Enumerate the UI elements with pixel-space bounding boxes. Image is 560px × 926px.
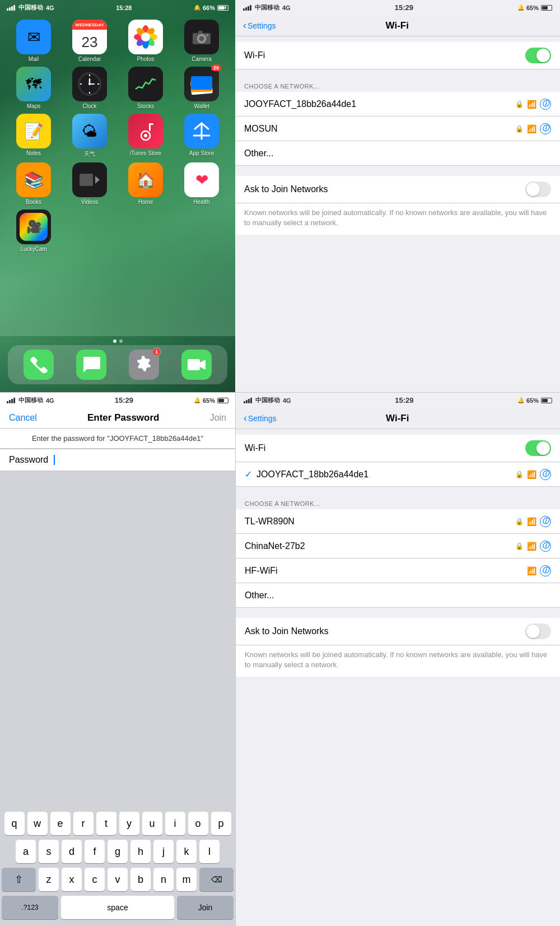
key-w[interactable]: w: [27, 812, 48, 835]
key-n[interactable]: n: [153, 868, 174, 891]
key-t[interactable]: t: [96, 812, 116, 835]
key-g[interactable]: g: [108, 840, 128, 863]
network-row-tlwr[interactable]: TL-WR890N 🔒 📶 ⓘ: [236, 509, 560, 534]
space-key[interactable]: space: [61, 896, 174, 919]
app-appstore[interactable]: App Store: [176, 114, 227, 158]
app-itunes[interactable]: iTunes Store: [120, 114, 171, 158]
key-p[interactable]: p: [211, 812, 231, 835]
ask-join-row-bottom[interactable]: Ask to Join Networks: [236, 618, 560, 645]
back-button-bottom[interactable]: ‹ Settings: [244, 412, 277, 424]
key-o[interactable]: o: [188, 812, 208, 835]
back-button-top[interactable]: ‹ Settings: [243, 20, 276, 31]
key-l[interactable]: l: [199, 840, 220, 863]
calendar-label: Calendar: [78, 56, 101, 62]
key-j[interactable]: j: [153, 840, 174, 863]
join-button-disabled[interactable]: Join: [210, 413, 226, 423]
cancel-button[interactable]: Cancel: [9, 413, 37, 423]
info-btn-mosun[interactable]: ⓘ: [540, 123, 551, 134]
delete-key[interactable]: ⌫: [199, 868, 234, 891]
num-switch-key[interactable]: .?123: [2, 896, 58, 919]
dock-facetime[interactable]: [181, 350, 212, 380]
lock-icon-jooyfact: 🔒: [515, 100, 524, 108]
key-q[interactable]: q: [4, 812, 25, 835]
key-k[interactable]: k: [176, 840, 197, 863]
wifi-toggle-row-top[interactable]: Wi-Fi: [235, 42, 560, 69]
app-stocks[interactable]: Stocks: [120, 67, 171, 109]
info-btn-hfwifi[interactable]: ⓘ: [540, 565, 551, 576]
wifi-toggle-top[interactable]: [525, 48, 551, 63]
key-x[interactable]: x: [62, 868, 82, 891]
other-network-row-bottom[interactable]: Other...: [236, 583, 560, 608]
ask-join-toggle-top[interactable]: [525, 182, 551, 197]
wifi-toggle-row-bottom[interactable]: Wi-Fi: [236, 435, 560, 462]
svg-rect-26: [149, 123, 151, 131]
key-r[interactable]: r: [73, 812, 94, 835]
info-btn-tlwr[interactable]: ⓘ: [540, 516, 551, 527]
battery-fill-wifi: [542, 6, 548, 10]
separator-1: [235, 36, 560, 42]
dock-messages[interactable]: [76, 350, 106, 380]
dock-settings[interactable]: 1: [129, 350, 159, 380]
signal-wifi-b: [244, 398, 252, 403]
app-maps[interactable]: 🗺 Maps: [8, 67, 59, 109]
key-y[interactable]: y: [119, 812, 139, 835]
key-a[interactable]: a: [16, 840, 36, 863]
key-s[interactable]: s: [39, 840, 59, 863]
lock-icon-chinanet: 🔒: [515, 542, 524, 550]
wifi-toggle-bottom[interactable]: [525, 440, 551, 456]
network-icons-hfwifi: 📶 ⓘ: [527, 565, 551, 576]
app-photos[interactable]: Photos: [120, 20, 171, 62]
join-key[interactable]: Join: [177, 896, 234, 919]
other-network-row-top[interactable]: Other...: [235, 141, 560, 166]
key-u[interactable]: u: [142, 812, 162, 835]
network-row-hfwifi[interactable]: HF-WiFi 📶 ⓘ: [236, 559, 560, 583]
app-calendar[interactable]: WEDNESDAY 23 Calendar: [64, 20, 115, 62]
home-icon: 🏠: [128, 162, 163, 197]
network-row-mosun[interactable]: MOSUN 🔒 📶 ⓘ: [235, 117, 560, 141]
books-label: Books: [26, 199, 41, 205]
key-c[interactable]: c: [85, 868, 105, 891]
info-btn-chinanet[interactable]: ⓘ: [540, 541, 551, 552]
network-wifi: 4G: [282, 4, 291, 11]
info-btn-jooyfact[interactable]: ⓘ: [540, 99, 551, 110]
app-health[interactable]: ❤ Health: [176, 162, 227, 205]
shift-key[interactable]: ⇧: [2, 868, 36, 891]
key-v[interactable]: v: [108, 868, 128, 891]
signal-icon-wifi: [243, 5, 251, 11]
status-right: 🔔 66%: [194, 4, 228, 11]
key-i[interactable]: i: [165, 812, 185, 835]
phone-icon: [24, 350, 54, 380]
app-books[interactable]: 📚 Books: [8, 162, 59, 205]
app-clock[interactable]: Clock: [64, 67, 115, 109]
dock-phone[interactable]: [24, 350, 54, 380]
network-type: 4G: [46, 4, 54, 11]
ask-join-row-top[interactable]: Ask to Join Networks: [235, 176, 560, 203]
network-row-jooyfact[interactable]: JOOYFACT_18bb26a44de1 🔒 📶 ⓘ: [235, 92, 560, 117]
choose-network-header-top: CHOOSE A NETWORK...: [235, 80, 560, 92]
notes-icon: 📝: [16, 114, 51, 148]
stocks-label: Stocks: [137, 103, 154, 109]
password-field-row[interactable]: Password: [0, 449, 235, 471]
key-e[interactable]: e: [50, 812, 71, 835]
connected-network-row[interactable]: ✓ JOOYFACT_18bb26a44de1 🔒 📶 ⓘ: [236, 462, 560, 487]
app-luckycam[interactable]: 🎥 LuckyCam: [8, 210, 59, 252]
key-b[interactable]: b: [130, 868, 151, 891]
app-notes[interactable]: 📝 Notes: [8, 114, 59, 158]
key-m[interactable]: m: [176, 868, 197, 891]
ask-join-toggle-bottom[interactable]: [525, 623, 551, 639]
app-weather[interactable]: 🌤 天气: [64, 114, 115, 158]
calendar-icon: WEDNESDAY 23: [72, 20, 107, 54]
key-d[interactable]: d: [62, 840, 82, 863]
app-home[interactable]: 🏠 Home: [120, 162, 171, 205]
key-h[interactable]: h: [130, 840, 151, 863]
app-mail[interactable]: ✉ Mail: [8, 20, 59, 62]
network-row-chinanet[interactable]: ChinaNet-27b2 🔒 📶 ⓘ: [236, 534, 560, 559]
info-btn-connected[interactable]: ⓘ: [540, 469, 551, 480]
app-videos[interactable]: Videos: [64, 162, 115, 205]
key-f[interactable]: f: [85, 840, 105, 863]
app-camera[interactable]: Camera: [176, 20, 227, 62]
svg-marker-32: [95, 176, 100, 184]
app-wallet[interactable]: 26 Wallet: [176, 67, 227, 109]
nav-title-wifi-bottom: Wi-Fi: [386, 413, 409, 424]
key-z[interactable]: z: [39, 868, 59, 891]
